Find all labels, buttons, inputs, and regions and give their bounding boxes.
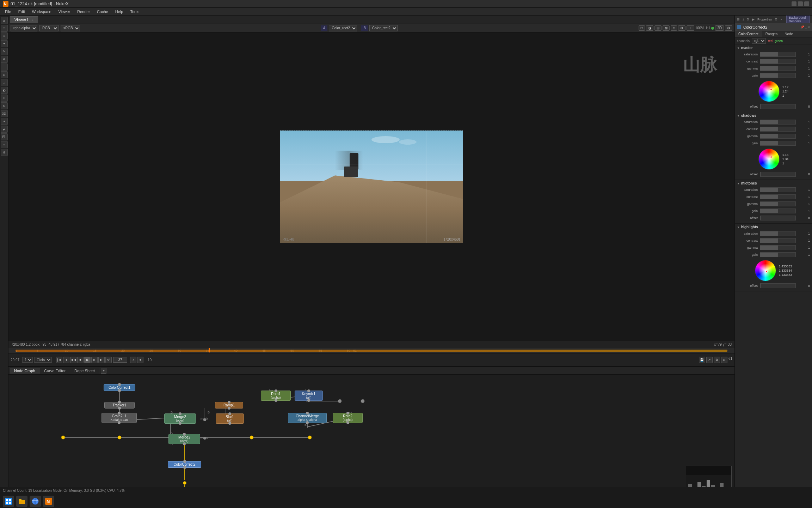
proxy-select[interactable]: TF xyxy=(22,357,33,363)
panel-icon-info[interactable]: ℹ xyxy=(743,18,744,21)
slider-midtones-contrast[interactable] xyxy=(760,194,796,199)
roi-btn[interactable]: ⊞ xyxy=(654,25,662,31)
tool-box[interactable]: □ xyxy=(1,25,8,32)
node-input-colorcorrect2[interactable] xyxy=(183,460,186,463)
menu-render[interactable]: Render xyxy=(74,9,93,14)
input-a-select[interactable]: Color_rect2 xyxy=(329,25,357,31)
props-minimize-icon[interactable]: _ xyxy=(805,25,807,29)
viewer-settings-btn[interactable]: ⚙ xyxy=(725,25,732,31)
props-tab-ranges[interactable]: Ranges xyxy=(762,31,781,37)
slider-midtones-gain[interactable] xyxy=(760,208,796,213)
tab-dope-sheet[interactable]: Dope Sheet xyxy=(70,368,99,374)
section-header-midtones[interactable]: ▼ midtones xyxy=(737,181,810,185)
add-tab-btn[interactable]: + xyxy=(101,368,106,374)
slider-master-gamma[interactable] xyxy=(760,66,796,71)
slider-highlights-offset[interactable] xyxy=(760,283,796,288)
maximize-btn[interactable] xyxy=(798,1,803,6)
master-color-wheel-indicator[interactable] xyxy=(770,88,772,90)
audio-btn[interactable]: ♪ xyxy=(130,357,136,363)
slider-shadows-offset[interactable] xyxy=(760,172,796,177)
taskbar-browser[interactable] xyxy=(30,496,41,507)
slider-master-offset[interactable] xyxy=(760,104,796,109)
node-output-merge1[interactable] xyxy=(179,422,182,425)
taskbar-folder[interactable] xyxy=(16,496,27,507)
node-graph-area[interactable]: bg A B bg B B A A B mask mask xyxy=(8,375,734,500)
node-input-keymix1[interactable] xyxy=(307,389,310,392)
tool-particles[interactable]: ✦ xyxy=(1,118,8,125)
slider-shadows-contrast[interactable] xyxy=(760,127,796,132)
go-end-btn[interactable]: ►| xyxy=(98,357,105,363)
input-b-select[interactable]: Color_rect2 xyxy=(369,25,398,31)
node-colorcorrect1[interactable]: ColorCorrect1 xyxy=(104,384,135,391)
tool-bezier[interactable]: ✦ xyxy=(1,40,8,47)
panel-icon-props[interactable]: ⊞ xyxy=(737,18,740,21)
close-tab-icon[interactable]: × xyxy=(32,18,33,22)
section-header-shadows[interactable]: ▼ shadows xyxy=(737,114,810,117)
node-roto1[interactable]: Roto1 (alpha) xyxy=(261,391,291,401)
highlights-color-wheel-indicator[interactable] xyxy=(765,271,768,273)
export-btn[interactable]: ↗ xyxy=(706,357,713,363)
pause-btn[interactable]: ⏸ xyxy=(687,25,694,31)
shadows-color-wheel-indicator[interactable] xyxy=(770,156,772,158)
compare-btn[interactable]: ≡ xyxy=(671,25,677,31)
settings-btn[interactable]: ⚙ xyxy=(678,25,685,31)
node-ramp1[interactable]: Ramp1 xyxy=(215,402,243,409)
node-output-colorcorrect2[interactable] xyxy=(183,466,186,469)
tool-clone[interactable]: ⊕ xyxy=(1,56,8,63)
compare-mode-btn[interactable]: ⊞ xyxy=(721,357,727,363)
tool-3d[interactable]: 3D xyxy=(1,110,8,117)
mode-2d-btn[interactable]: 2D xyxy=(715,25,724,31)
minimize-btn[interactable] xyxy=(792,1,796,6)
node-input-roto1[interactable] xyxy=(275,389,277,392)
tool-stereo[interactable]: ⊗ xyxy=(1,149,8,156)
stop-btn[interactable]: ■ xyxy=(77,357,84,363)
slider-highlights-contrast[interactable] xyxy=(760,238,796,243)
props-tab-colorcorrect[interactable]: ColorCorrect xyxy=(735,31,762,37)
tool-paint[interactable]: ✎ xyxy=(1,48,8,55)
slider-highlights-gamma[interactable] xyxy=(760,245,796,250)
slider-midtones-offset[interactable] xyxy=(760,216,796,220)
props-pin-icon[interactable]: 📌 xyxy=(800,25,804,29)
node-input-roto2[interactable] xyxy=(346,412,349,415)
exposure-btn[interactable]: ◑ xyxy=(646,25,653,31)
node-output-keymix1[interactable] xyxy=(307,399,310,402)
save-frame-btn[interactable]: 💾 xyxy=(699,357,705,363)
node-output-channelmerge1[interactable] xyxy=(306,421,309,424)
tool-text[interactable]: T xyxy=(1,64,8,71)
slider-midtones-gamma[interactable] xyxy=(760,201,796,206)
node-blur1[interactable]: Blur1 (all) xyxy=(216,413,244,424)
section-header-master[interactable]: ▼ master xyxy=(737,46,810,50)
panel-close-icon[interactable]: × xyxy=(780,18,782,21)
menu-edit[interactable]: Edit xyxy=(15,9,29,14)
menu-tools[interactable]: Tools xyxy=(127,9,143,14)
tool-pointer[interactable]: ▲ xyxy=(1,17,8,24)
node-output-tracker1[interactable] xyxy=(118,407,121,410)
node-channelmerge1[interactable]: ChannelMerge alpha U alpha xyxy=(288,413,327,423)
close-btn[interactable] xyxy=(804,1,809,6)
playhead[interactable] xyxy=(209,348,210,352)
render-btn[interactable]: ⚙ xyxy=(714,357,720,363)
play-rev-btn[interactable]: ◄◄ xyxy=(70,357,76,363)
input-a-btn[interactable]: A xyxy=(321,25,328,31)
node-colorcorrect2[interactable]: ColorCorrect2 xyxy=(168,461,201,468)
node-output-ramp1[interactable] xyxy=(228,407,230,410)
section-header-highlights[interactable]: ▼ highlights xyxy=(737,225,810,229)
tool-color[interactable]: ◐ xyxy=(1,87,8,94)
taskbar-start[interactable] xyxy=(3,496,14,507)
node-input-channelmerge1[interactable] xyxy=(306,412,309,415)
slider-highlights-gain[interactable] xyxy=(760,252,796,257)
slider-shadows-saturation[interactable] xyxy=(760,120,796,125)
viewer1-tab[interactable]: Viewer1 × xyxy=(10,16,38,23)
slider-master-contrast[interactable] xyxy=(760,59,796,64)
node-output-merge2[interactable] xyxy=(183,442,186,445)
loop-btn[interactable]: ↺ xyxy=(105,357,112,363)
gamma-select[interactable]: sRGB linear xyxy=(61,25,80,31)
prev-frame-btn[interactable]: ◄ xyxy=(63,357,69,363)
node-grain1[interactable]: Grain2_1 Kodak S248 xyxy=(102,413,137,423)
node-input-tracker1[interactable] xyxy=(118,401,121,404)
node-keymix1[interactable]: Keymix1 (all) xyxy=(295,391,323,401)
props-close-icon[interactable]: × xyxy=(808,25,810,29)
clip-btn[interactable]: □ xyxy=(639,25,645,31)
node-output-roto2[interactable] xyxy=(346,421,349,424)
node-output-grain1[interactable] xyxy=(118,421,121,424)
